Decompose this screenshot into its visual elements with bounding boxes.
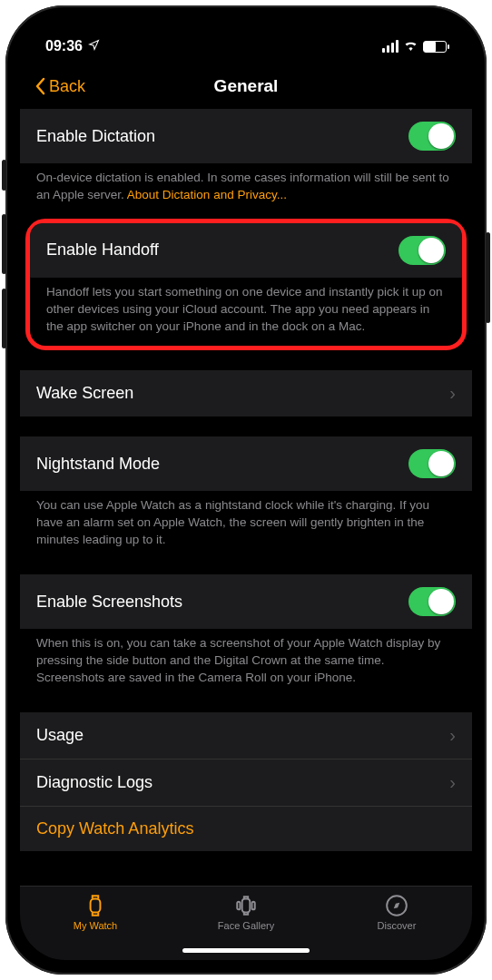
nightstand-toggle[interactable] bbox=[408, 449, 456, 478]
enable-handoff-label: Enable Handoff bbox=[46, 240, 159, 260]
tab-face-gallery[interactable]: Face Gallery bbox=[172, 894, 320, 931]
tab-my-watch[interactable]: My Watch bbox=[21, 894, 170, 931]
chevron-right-icon: › bbox=[449, 772, 456, 793]
battery-icon bbox=[423, 41, 447, 53]
copy-watch-analytics-label: Copy Watch Analytics bbox=[36, 819, 193, 838]
status-time: 09:36 bbox=[45, 38, 83, 54]
location-icon bbox=[88, 38, 100, 54]
svg-rect-3 bbox=[251, 902, 254, 910]
back-label: Back bbox=[49, 77, 85, 96]
svg-rect-1 bbox=[242, 898, 251, 912]
tab-bar: My Watch Face Gallery Discover bbox=[20, 886, 472, 960]
notch bbox=[146, 20, 346, 47]
usage-label: Usage bbox=[36, 726, 84, 745]
power-button bbox=[486, 232, 490, 323]
copy-watch-analytics-row[interactable]: Copy Watch Analytics bbox=[20, 806, 472, 851]
usage-row[interactable]: Usage › bbox=[20, 712, 472, 759]
volume-up bbox=[2, 214, 6, 274]
chevron-right-icon: › bbox=[449, 725, 456, 746]
wake-screen-label: Wake Screen bbox=[36, 384, 133, 403]
compass-icon bbox=[385, 894, 408, 917]
page-title: General bbox=[214, 76, 279, 96]
nightstand-label: Nightstand Mode bbox=[36, 455, 160, 474]
enable-dictation-row[interactable]: Enable Dictation bbox=[20, 109, 472, 163]
nav-bar: Back General bbox=[20, 64, 472, 109]
nightstand-footer: You can use Apple Watch as a nightstand … bbox=[20, 491, 472, 564]
volume-down bbox=[2, 289, 6, 348]
screen: 09:36 Back General bbox=[20, 20, 472, 960]
svg-rect-2 bbox=[237, 902, 240, 910]
tab-face-gallery-label: Face Gallery bbox=[218, 920, 274, 931]
phone-frame: 09:36 Back General bbox=[5, 5, 487, 975]
diagnostic-logs-label: Diagnostic Logs bbox=[36, 773, 153, 792]
face-gallery-icon bbox=[234, 894, 258, 917]
dictation-privacy-link[interactable]: About Dictation and Privacy... bbox=[127, 188, 287, 201]
content-scroll[interactable]: Enable Dictation On-device dictation is … bbox=[20, 109, 472, 886]
diagnostic-logs-row[interactable]: Diagnostic Logs › bbox=[20, 759, 472, 806]
handoff-footer: Handoff lets you start something on one … bbox=[30, 278, 462, 343]
tab-discover-label: Discover bbox=[378, 920, 417, 931]
tab-discover[interactable]: Discover bbox=[322, 894, 471, 931]
handoff-highlight: Enable Handoff Handoff lets you start so… bbox=[25, 219, 467, 351]
home-indicator[interactable] bbox=[182, 948, 310, 953]
screenshots-label: Enable Screenshots bbox=[36, 593, 182, 612]
chevron-right-icon: › bbox=[449, 383, 456, 404]
mute-switch bbox=[2, 160, 6, 191]
wake-screen-row[interactable]: Wake Screen › bbox=[20, 370, 472, 416]
wifi-icon bbox=[403, 38, 418, 54]
dictation-footer: On-device dictation is enabled. In some … bbox=[20, 163, 472, 219]
screenshots-toggle[interactable] bbox=[408, 587, 456, 616]
enable-dictation-toggle[interactable] bbox=[408, 122, 456, 151]
screenshots-row[interactable]: Enable Screenshots bbox=[20, 574, 472, 629]
enable-dictation-label: Enable Dictation bbox=[36, 127, 155, 146]
nightstand-row[interactable]: Nightstand Mode bbox=[20, 436, 472, 491]
enable-handoff-row[interactable]: Enable Handoff bbox=[30, 223, 462, 278]
cellular-icon bbox=[382, 40, 399, 53]
chevron-left-icon bbox=[34, 77, 45, 95]
screenshots-footer: When this is on, you can take a screensh… bbox=[20, 629, 472, 701]
enable-handoff-toggle[interactable] bbox=[399, 236, 446, 265]
tab-my-watch-label: My Watch bbox=[74, 920, 118, 931]
watch-icon bbox=[84, 894, 107, 917]
svg-rect-0 bbox=[91, 898, 101, 912]
back-button[interactable]: Back bbox=[34, 77, 85, 96]
